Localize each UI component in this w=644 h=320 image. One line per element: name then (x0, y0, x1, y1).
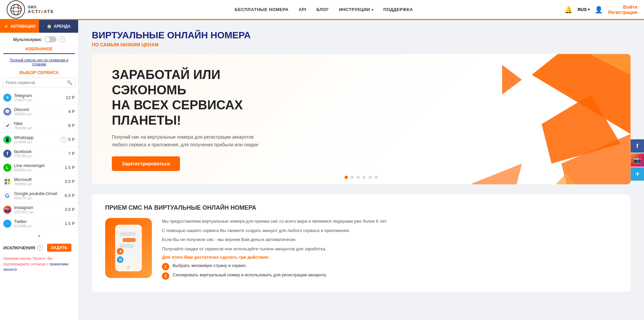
service-count: 243948 шт. (14, 140, 59, 144)
service-count: 781586 шт. (14, 126, 68, 130)
bottom-note: Нажимая кнопку "Купить" Вы подтверждаете… (0, 253, 78, 272)
multiservice-help-icon[interactable]: ? (59, 36, 65, 42)
service-count: 775769 шт. (14, 154, 68, 158)
dot-4[interactable] (363, 176, 366, 179)
service-count: 356464 шт. (14, 112, 68, 116)
svg-point-3 (17, 7, 19, 9)
service-name: Microsoft (14, 177, 65, 182)
service-price: 12 Р (66, 95, 75, 100)
exclusions-row: ИСКЛЮЧЕНИЯ ? ЗАДАТЬ (0, 241, 78, 253)
auth-links: Войти Регистрация (608, 4, 637, 15)
dot-3[interactable] (357, 176, 360, 179)
svg-rect-19 (123, 238, 136, 242)
tab-rent[interactable]: 🏠 АРЕНДА (39, 20, 78, 33)
dot-1[interactable] (345, 176, 348, 179)
chevron-down-icon: ▾ (588, 8, 590, 11)
twitter-icon: 🐦 (3, 220, 11, 228)
header: SMS ACTIVATE БЕСПЛАТНЫЕ НОМЕРА API БЛОГ … (0, 0, 644, 20)
multiservice-toggle[interactable] (44, 36, 56, 42)
service-price: 3.5 Р (65, 179, 75, 184)
tab-activations[interactable]: ⚡ АКТИВАЦИИ (0, 20, 39, 33)
google-icon (3, 192, 11, 200)
service-count: 666179 шт. (14, 196, 65, 200)
svg-rect-18 (119, 232, 136, 236)
multiservice-label: Мультисервис (13, 37, 41, 42)
whatsapp-help-icon[interactable]: ? (60, 137, 66, 143)
svg-text:A: A (119, 249, 122, 253)
register-button[interactable]: Зарегистрироваться (112, 156, 180, 171)
list-item[interactable]: 📷 Instagram 1027411 шт. 3.5 Р (0, 203, 78, 217)
logo-sms: SMS (28, 5, 54, 9)
discord-icon: 💬 (3, 108, 11, 116)
search-input[interactable] (3, 78, 64, 87)
header-right: 🔔 RUS ▾ 👤 Войти Регистрация (564, 4, 637, 15)
list-item[interactable]: Google,youtube,Gmail 666179 шт. 6.5 Р (0, 189, 78, 203)
main-content: ВИРТУАЛЬНЫЕ ОНЛАЙН НОМЕРА ПО САМЫМ НИЗКИ… (78, 20, 644, 320)
service-name: Telegram (14, 93, 66, 98)
search-box: 🔍 (3, 78, 75, 87)
info-inner: A N Мы предоставляем виртуальные номера … (105, 218, 617, 282)
list-item[interactable]: 📱 Whatsapp 243948 шт. ? 5 Р (0, 133, 78, 147)
exclusions-help-icon[interactable]: ? (37, 245, 43, 251)
rent-icon: 🏠 (47, 24, 52, 29)
svg-point-2 (11, 8, 21, 12)
price-link[interactable]: Полный список цен по сервисам и странам (0, 57, 78, 69)
line-icon: L (3, 164, 11, 172)
step-2: 2 Скопировать виртуальный номер и исполь… (162, 272, 387, 280)
activation-icon: ⚡ (4, 24, 9, 29)
service-choice-label: ВЫБОР СЕРВИСА (0, 69, 78, 78)
show-more-icon[interactable]: ▾ (0, 231, 78, 241)
bell-icon[interactable]: 🔔 (564, 6, 573, 14)
service-name: facebook (14, 149, 68, 154)
list-item[interactable]: 💬 Discord 356464 шт. 4 Р (0, 105, 78, 119)
service-price: 4 Р (68, 109, 75, 114)
list-item[interactable]: L Line messenger 889152 шт. 1.5 Р (0, 161, 78, 175)
search-button[interactable]: 🔍 (64, 78, 75, 87)
svg-point-25 (127, 266, 130, 269)
svg-text:N: N (119, 258, 122, 262)
login-link[interactable]: Войти (623, 4, 637, 10)
telegram-social-button[interactable]: ✈ (631, 167, 644, 181)
service-count: 823488 шт. (14, 224, 65, 228)
svg-rect-6 (8, 179, 10, 181)
svg-marker-14 (502, 65, 522, 95)
dot-6[interactable] (375, 176, 378, 179)
list-item[interactable]: ✓ Nike 781586 шт. 8 Р (0, 119, 78, 133)
svg-rect-20 (119, 244, 134, 248)
instagram-social-button[interactable]: 📷 (631, 153, 644, 167)
dot-2[interactable] (351, 176, 354, 179)
list-item[interactable]: 🐦 Twitter 823488 шт. 1.5 Р (0, 217, 78, 231)
svg-rect-8 (8, 182, 10, 184)
facebook-icon: f (636, 143, 638, 150)
sidebar-tabs: ⚡ АКТИВАЦИИ 🏠 АРЕНДА (0, 20, 78, 33)
lang-selector[interactable]: RUS ▾ (578, 7, 590, 12)
list-item[interactable]: ✈ Telegram 173977 шт. 12 Р (0, 91, 78, 105)
nav-support[interactable]: ПОДДЕРЖКА (383, 7, 413, 12)
facebook-social-button[interactable]: f (631, 139, 644, 153)
svg-rect-7 (5, 182, 7, 184)
logo-activate: ACTIVATE (28, 9, 54, 14)
telegram-icon: ✈ (3, 94, 11, 102)
service-name: Nike (14, 121, 68, 126)
service-price: 3.5 Р (65, 207, 75, 212)
dot-5[interactable] (369, 176, 372, 179)
instagram-icon: 📷 (3, 206, 11, 214)
search-icon: 🔍 (67, 80, 72, 85)
list-item[interactable]: Microsoft 769803 шт. 3.5 Р (0, 175, 78, 189)
list-item[interactable]: f facebook 775769 шт. 7 Р (0, 147, 78, 161)
info-para-2: С помощью нашего сервиса Вы сможете созд… (162, 227, 387, 234)
nike-icon: ✓ (3, 122, 11, 130)
nav-free-numbers[interactable]: БЕСПЛАТНЫЕ НОМЕРА (235, 7, 288, 12)
nav-blog[interactable]: БЛОГ (316, 7, 329, 12)
info-para-1: Мы предоставляем виртуальные номера для … (162, 218, 387, 225)
logo-area: SMS ACTIVATE (7, 0, 83, 19)
svg-point-0 (11, 4, 21, 15)
service-price: 6.5 Р (65, 193, 75, 198)
nav-api[interactable]: API (298, 7, 306, 12)
info-cta-title: Для этого Вам достаточно сделать три дей… (162, 255, 387, 260)
exclusions-set-button[interactable]: ЗАДАТЬ (47, 244, 71, 252)
nav-instructions[interactable]: ИНСТРУКЦИИ ▾ (339, 7, 373, 12)
service-name: Instagram (14, 205, 65, 210)
register-link[interactable]: Регистрация (608, 10, 637, 15)
service-price: 1.5 Р (65, 165, 75, 170)
